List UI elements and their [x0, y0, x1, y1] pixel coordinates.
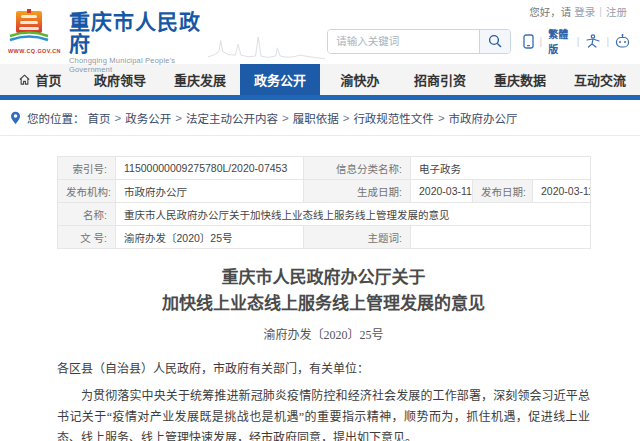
- nav-item-chongqing-data[interactable]: 重庆数据: [480, 64, 560, 95]
- index-number-label: 索引号:: [58, 157, 116, 180]
- nav-label: 首页: [35, 70, 61, 89]
- tools-separator: |: [577, 36, 580, 47]
- breadcrumb: 您的位置： 首页 > 政务公开 > 法定主动公开内容 > 履职依据 > 行政规范…: [0, 100, 640, 136]
- nav-item-yukuaiban[interactable]: 渝快办: [320, 64, 400, 95]
- login-link[interactable]: 登录: [574, 4, 595, 19]
- document-body: 各区县（自治县）人民政府，市政府有关部门，有关单位： 为贯彻落实中央关于统筹推进…: [57, 359, 590, 441]
- table-row: 文 号: 渝府办发〔2020〕25号 主题词:: [58, 226, 591, 249]
- agency-value: 市政府办公厅: [116, 180, 304, 203]
- skyline-graphic: [208, 30, 327, 62]
- table-row: 名称: 重庆市人民政府办公厅关于加快线上业态线上服务线上管理发展的意见: [58, 203, 591, 226]
- breadcrumb-separator: >: [282, 112, 289, 124]
- nav-item-government-affairs[interactable]: 政务公开: [240, 64, 320, 95]
- nav-label: 重庆数据: [494, 70, 546, 89]
- index-number-value: 11500000009275780L/2020-07453: [116, 157, 304, 180]
- site-header: WWW.CQ.GOV.CN 重庆市人民政府 Chongqing Municipa…: [0, 18, 640, 64]
- keywords-label: 主题词:: [304, 226, 411, 249]
- table-row: 发布机构: 市政府办公厅 生成日期: 2020-03-11 发布日期: 2020…: [58, 180, 591, 203]
- tools-separator: |: [606, 36, 609, 47]
- breadcrumb-item-home[interactable]: 首页: [88, 110, 111, 126]
- nav-item-investment[interactable]: 招商引资: [400, 64, 480, 95]
- document-title: 重庆市人民政府办公厅关于 加快线上业态线上服务线上管理发展的意见: [57, 265, 590, 317]
- document-meta-table: 索引号: 11500000009275780L/2020-07453 信息分类名…: [57, 156, 591, 249]
- breadcrumb-item-duties[interactable]: 履职依据: [293, 110, 339, 126]
- published-date-value: 2020-03-11: [533, 180, 591, 203]
- traditional-chinese-button[interactable]: 繁體版: [548, 26, 571, 56]
- breadcrumb-separator: >: [343, 112, 350, 124]
- breadcrumb-label: 您的位置：: [27, 110, 85, 126]
- topbar-separator: |: [599, 5, 602, 17]
- document-title-line2: 加快线上业态线上服务线上管理发展的意见: [57, 291, 590, 317]
- breadcrumb-separator: >: [175, 112, 182, 124]
- nav-item-government-leaders[interactable]: 政府领导: [80, 64, 160, 95]
- breadcrumb-separator: >: [438, 112, 445, 124]
- search-input[interactable]: [328, 30, 479, 53]
- site-name: 重庆市人民政府: [69, 11, 204, 55]
- location-pin-icon: [10, 111, 21, 125]
- breadcrumb-item-gov-affairs[interactable]: 政务公开: [125, 110, 171, 126]
- main-content: 索引号: 11500000009275780L/2020-07453 信息分类名…: [0, 136, 640, 441]
- accessibility-button[interactable]: [585, 34, 600, 48]
- category-label: 信息分类名称:: [304, 157, 411, 180]
- document-number: 渝府办发〔2020〕25号: [57, 325, 590, 343]
- mobile-version-button[interactable]: [523, 34, 534, 49]
- site-search: [327, 29, 510, 54]
- agency-label: 发布机构:: [58, 180, 116, 203]
- nav-label: 招商引资: [414, 70, 466, 89]
- name-value: 重庆市人民政府办公厅关于加快线上业态线上服务线上管理发展的意见: [116, 203, 591, 226]
- nav-label: 政务公开: [254, 70, 306, 89]
- breadcrumb-separator: >: [115, 112, 122, 124]
- logo-url-text: WWW.CQ.GOV.CN: [8, 48, 61, 54]
- nav-item-home[interactable]: 首页: [0, 64, 80, 95]
- header-tools: | 繁體版 | |: [523, 26, 630, 56]
- document-article: 重庆市人民政府办公厅关于 加快线上业态线上服务线上管理发展的意见 渝府办发〔20…: [57, 265, 590, 441]
- breadcrumb-item-disclosure[interactable]: 法定主动公开内容: [186, 110, 278, 126]
- register-link[interactable]: 注册: [606, 4, 627, 19]
- table-row: 索引号: 11500000009275780L/2020-07453 信息分类名…: [58, 157, 591, 180]
- document-title-line1: 重庆市人民政府办公厅关于: [57, 265, 590, 291]
- nav-label: 重庆发展: [174, 70, 226, 89]
- nav-item-chongqing-development[interactable]: 重庆发展: [160, 64, 240, 95]
- doc-number-value: 渝府办发〔2020〕25号: [116, 226, 304, 249]
- name-label: 名称:: [58, 203, 116, 226]
- nav-label: 互动交流: [574, 70, 626, 89]
- nav-item-interaction[interactable]: 互动交流: [560, 64, 640, 95]
- nav-label: 渝快办: [340, 70, 379, 89]
- logo-building-icon: [8, 9, 50, 43]
- doc-number-label: 文 号:: [58, 226, 116, 249]
- mobile-icon: [523, 34, 534, 49]
- published-date-label: 发布日期:: [473, 180, 533, 203]
- document-paragraph: 为贯彻落实中央关于统筹推进新冠肺炎疫情防控和经济社会发展的工作部署，深刻领会习近…: [57, 386, 590, 441]
- smart-assistant-button[interactable]: [615, 34, 630, 48]
- home-icon: [18, 73, 31, 86]
- search-button[interactable]: [479, 30, 509, 53]
- accessibility-icon: [585, 34, 600, 48]
- document-salutation: 各区县（自治县）人民政府，市政府有关部门，有关单位：: [57, 359, 590, 380]
- breadcrumb-item-normative-docs[interactable]: 行政规范性文件: [353, 110, 434, 126]
- category-value: 电子政务: [411, 157, 591, 180]
- greeting-text: 您好，请: [529, 4, 571, 19]
- robot-icon: [615, 34, 630, 48]
- created-date-label: 生成日期:: [304, 180, 411, 203]
- main-nav: 首页 政府领导 重庆发展 政务公开 渝快办 招商引资 重庆数据 互动交流: [0, 64, 640, 95]
- nav-label: 政府领导: [94, 70, 146, 89]
- tools-separator: |: [540, 36, 543, 47]
- breadcrumb-item-general-office[interactable]: 市政府办公厅: [449, 110, 518, 126]
- search-icon: [488, 34, 502, 48]
- created-date-value: 2020-03-11: [411, 180, 473, 203]
- keywords-value: [411, 226, 591, 249]
